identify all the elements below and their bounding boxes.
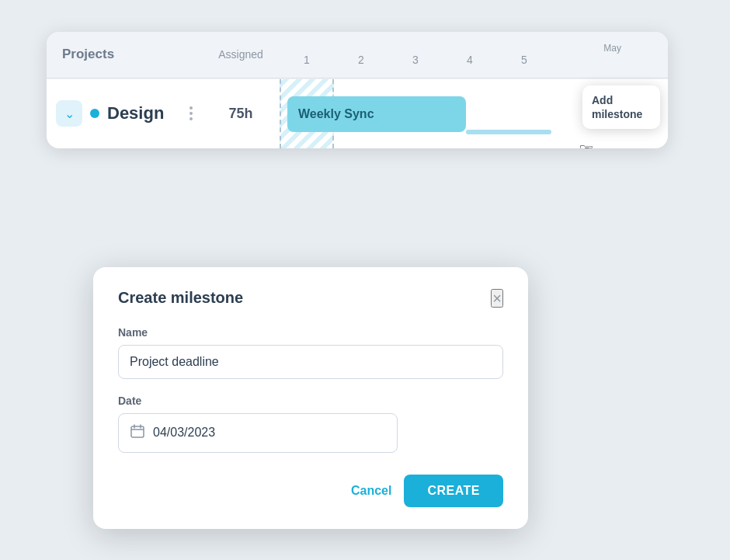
- gantt-assigned-label: Assigned: [202, 48, 280, 61]
- gantt-header: Projects Assigned May 1 2 3 4 5: [47, 32, 668, 78]
- options-menu-button[interactable]: [189, 106, 193, 120]
- status-dot: [90, 109, 99, 118]
- gantt-header-dates: May 1 2 3 4 5: [280, 38, 668, 71]
- close-button[interactable]: ×: [491, 289, 503, 308]
- gantt-projects-label: Projects: [47, 47, 202, 62]
- timeline-bottom-bar: [466, 130, 551, 134]
- chevron-button[interactable]: ⌄: [56, 100, 82, 127]
- gantt-day-5: 5: [497, 54, 551, 71]
- bar-label: Weekly Sync: [298, 107, 374, 121]
- name-label: Name: [118, 326, 503, 339]
- gantt-day-2: 2: [334, 54, 388, 71]
- gantt-day-3: 3: [388, 54, 443, 71]
- name-input[interactable]: [118, 345, 503, 379]
- modal-actions: Cancel CREATE: [118, 475, 503, 507]
- modal-title: Create milestone: [118, 289, 243, 307]
- svg-rect-0: [131, 426, 144, 437]
- gantt-month-label: May: [603, 43, 621, 54]
- gantt-day-1: 1: [280, 54, 334, 71]
- gantt-card: Projects Assigned May 1 2 3 4 5 ⌄: [47, 32, 668, 148]
- project-title: Design: [107, 103, 164, 123]
- date-label: Date: [118, 395, 503, 407]
- add-milestone-label: Add milestone: [592, 94, 642, 120]
- gantt-timeline: Weekly Sync Add milestone ☞: [280, 79, 668, 148]
- date-value: 04/03/2023: [153, 426, 215, 440]
- chevron-down-icon: ⌄: [64, 106, 75, 121]
- create-milestone-modal: Create milestone × Name Date 04/03/2023 …: [93, 267, 528, 529]
- add-milestone-popup[interactable]: Add milestone: [582, 85, 660, 129]
- assigned-hours: 75h: [202, 106, 280, 122]
- date-input-wrapper[interactable]: 04/03/2023: [118, 413, 398, 453]
- cursor-icon: ☞: [579, 140, 594, 148]
- create-button[interactable]: CREATE: [404, 475, 503, 507]
- weekly-sync-bar[interactable]: Weekly Sync: [287, 96, 466, 132]
- gantt-row-design: ⌄ Design 75h Weekly Sync Add milestone: [47, 78, 668, 148]
- gantt-days-row: 1 2 3 4 5: [280, 54, 668, 71]
- cancel-button[interactable]: Cancel: [351, 484, 391, 498]
- modal-header: Create milestone ×: [118, 289, 503, 308]
- gantt-row-left: ⌄ Design: [47, 100, 202, 127]
- gantt-day-4: 4: [443, 54, 497, 71]
- calendar-icon: [130, 423, 145, 443]
